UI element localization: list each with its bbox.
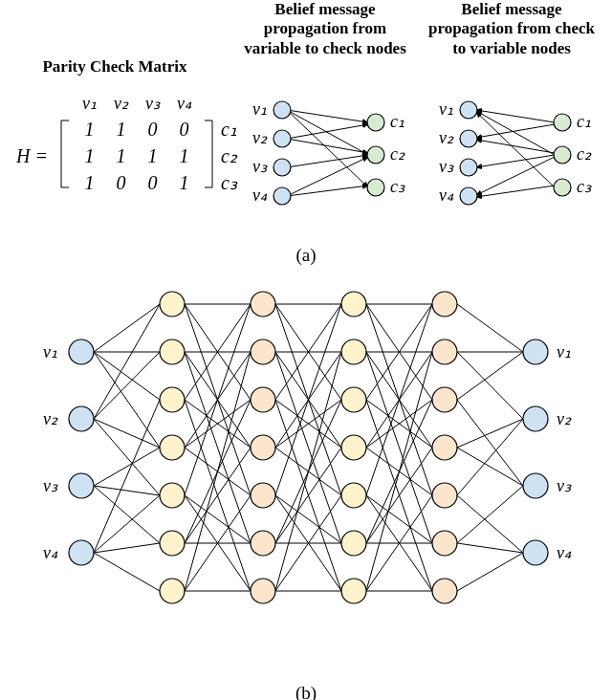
svg-text:v₃: v₃ bbox=[43, 476, 58, 495]
svg-point-148 bbox=[432, 435, 457, 460]
title-v2c: Belief message propagation from variable… bbox=[239, 0, 411, 58]
svg-point-12 bbox=[367, 114, 384, 131]
svg-line-7 bbox=[287, 186, 368, 196]
svg-point-129 bbox=[160, 531, 185, 556]
svg-point-8 bbox=[273, 101, 291, 119]
svg-point-11 bbox=[273, 187, 291, 205]
svg-line-61 bbox=[185, 448, 251, 543]
H-0-1: 1 bbox=[105, 116, 137, 142]
H-0-0: 1 bbox=[74, 116, 105, 142]
svg-point-147 bbox=[432, 387, 457, 412]
c2-lbl: c₂ bbox=[390, 144, 405, 164]
svg-point-9 bbox=[273, 130, 291, 147]
svg-line-100 bbox=[366, 495, 432, 543]
H-2-2: 0 bbox=[137, 169, 168, 196]
svg-line-92 bbox=[366, 352, 432, 543]
svg-point-130 bbox=[160, 579, 185, 603]
svg-line-50 bbox=[185, 352, 251, 543]
svg-point-155 bbox=[523, 540, 548, 565]
part-b: v₁v₂v₃v₄v₁v₂v₃v₄ bbox=[0, 275, 612, 677]
col-v3: v₃ bbox=[137, 91, 168, 116]
svg-line-16 bbox=[476, 111, 555, 155]
svg-line-18 bbox=[476, 124, 555, 138]
v4-lbl2: v₄ bbox=[439, 186, 454, 205]
svg-point-132 bbox=[251, 339, 275, 364]
svg-point-154 bbox=[523, 473, 548, 498]
svg-line-22 bbox=[476, 186, 555, 197]
col-v2: v₂ bbox=[105, 91, 137, 116]
caption-a: (a) bbox=[0, 245, 612, 266]
svg-point-145 bbox=[432, 292, 457, 317]
matrix-title: Parity Check Matrix bbox=[19, 57, 210, 77]
svg-point-128 bbox=[160, 483, 185, 508]
H-2-1: 0 bbox=[105, 169, 137, 196]
svg-point-27 bbox=[554, 114, 571, 131]
H-2-3: 1 bbox=[168, 169, 200, 196]
svg-point-151 bbox=[432, 579, 457, 603]
svg-line-30 bbox=[94, 304, 160, 352]
svg-point-149 bbox=[432, 483, 457, 508]
svg-point-122 bbox=[69, 473, 94, 498]
c3-lbl: c₃ bbox=[390, 177, 405, 196]
v1-lbl: v₁ bbox=[252, 99, 267, 119]
svg-line-79 bbox=[275, 495, 341, 543]
v2-lbl2: v₂ bbox=[439, 128, 454, 147]
svg-point-125 bbox=[160, 339, 185, 364]
svg-point-146 bbox=[432, 339, 457, 364]
svg-point-28 bbox=[554, 146, 571, 164]
row-c3: c₃ bbox=[217, 169, 246, 196]
c2-lbl2: c₂ bbox=[577, 144, 592, 164]
svg-line-108 bbox=[457, 304, 523, 352]
v3-lbl: v₃ bbox=[252, 157, 268, 176]
svg-point-133 bbox=[251, 387, 275, 412]
svg-line-103 bbox=[366, 448, 432, 543]
svg-point-123 bbox=[69, 540, 94, 565]
svg-point-141 bbox=[341, 435, 366, 460]
part-a: Parity Check Matrix Belief message propa… bbox=[0, 0, 612, 239]
svg-line-15 bbox=[476, 110, 555, 122]
svg-line-114 bbox=[457, 448, 523, 486]
svg-line-38 bbox=[94, 448, 160, 486]
svg-line-37 bbox=[94, 419, 160, 495]
svg-line-32 bbox=[94, 352, 160, 400]
svg-text:v₂: v₂ bbox=[43, 409, 58, 428]
H-1-1: 1 bbox=[105, 142, 137, 169]
c3-lbl2: c₃ bbox=[577, 177, 592, 196]
svg-line-20 bbox=[476, 155, 555, 167]
H-1-0: 1 bbox=[74, 142, 105, 169]
unrolled-network: v₁v₂v₃v₄v₁v₂v₃v₄ bbox=[0, 275, 612, 648]
v2-lbl: v₂ bbox=[252, 128, 268, 147]
H-0-3: 0 bbox=[168, 116, 200, 142]
H-1-3: 1 bbox=[168, 142, 200, 169]
svg-line-3 bbox=[287, 124, 368, 139]
svg-point-10 bbox=[273, 159, 291, 176]
H-equals: H = bbox=[8, 116, 56, 196]
svg-point-140 bbox=[341, 387, 366, 412]
svg-text:v₂: v₂ bbox=[557, 409, 572, 428]
svg-line-71 bbox=[275, 352, 341, 543]
v4-lbl: v₄ bbox=[252, 186, 268, 205]
c1-lbl: c₁ bbox=[390, 112, 404, 131]
svg-point-23 bbox=[460, 101, 477, 119]
svg-point-124 bbox=[160, 292, 185, 317]
svg-point-26 bbox=[460, 187, 477, 205]
svg-line-5 bbox=[287, 155, 368, 167]
caption-b: (b) bbox=[0, 683, 612, 700]
svg-point-121 bbox=[69, 406, 94, 431]
svg-point-29 bbox=[554, 179, 571, 196]
svg-text:v₃: v₃ bbox=[557, 476, 572, 495]
svg-line-63 bbox=[185, 352, 251, 591]
svg-point-138 bbox=[341, 292, 366, 317]
svg-point-142 bbox=[341, 483, 366, 508]
svg-line-58 bbox=[185, 495, 251, 543]
matrix-block: v₁ v₂ v₃ v₄ H = 1 1 0 0 bbox=[8, 91, 246, 196]
svg-text:v₁: v₁ bbox=[557, 342, 571, 361]
bipartite-v2c: v₁ v₂ v₃ v₄ c₁ c₂ c₃ bbox=[249, 96, 421, 220]
c1-lbl2: c₁ bbox=[577, 112, 591, 131]
svg-line-84 bbox=[275, 352, 341, 591]
svg-point-152 bbox=[523, 339, 548, 364]
svg-line-119 bbox=[457, 553, 523, 591]
svg-point-14 bbox=[367, 179, 384, 196]
svg-line-110 bbox=[457, 352, 523, 419]
row-c2: c₂ bbox=[217, 142, 246, 169]
